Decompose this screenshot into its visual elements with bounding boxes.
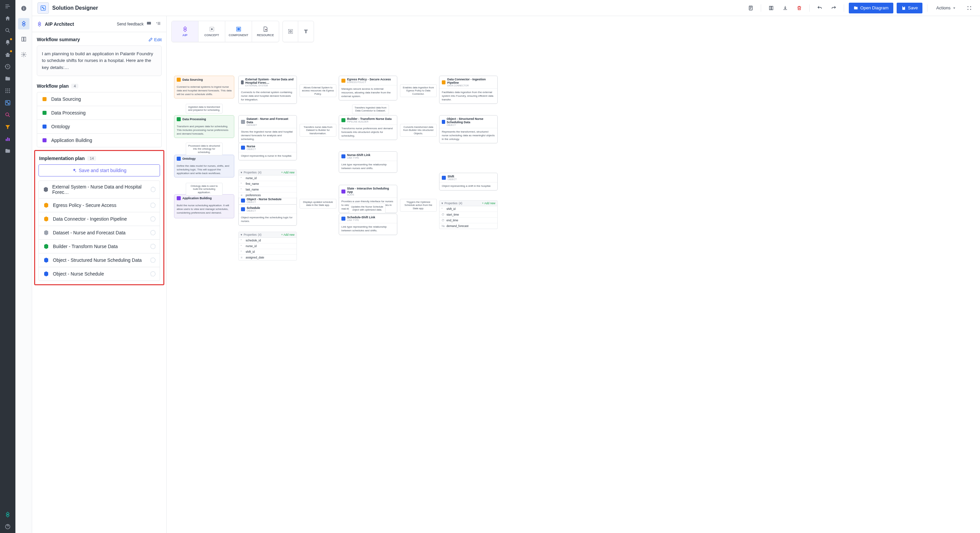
property-row[interactable]: ⏱end_time: [439, 218, 497, 223]
svg-point-4: [5, 91, 6, 91]
svg-rect-31: [290, 31, 291, 32]
impl-item[interactable]: Object - Nurse Schedule: [39, 267, 160, 280]
property-row[interactable]: "nurse_id: [239, 175, 296, 181]
property-row[interactable]: "last_name: [239, 187, 296, 193]
impl-item[interactable]: Egress Policy - Secure Access: [39, 199, 160, 212]
undo-icon[interactable]: [815, 3, 825, 13]
filter-icon[interactable]: [4, 123, 11, 130]
property-row[interactable]: "shift_id: [439, 206, 497, 212]
property-row[interactable]: "shift_id: [239, 249, 296, 255]
edit-summary-link[interactable]: Edit: [148, 37, 162, 42]
svg-point-2: [7, 88, 8, 89]
book-icon[interactable]: [18, 33, 29, 45]
properties-panel[interactable]: ▾Properties(4)+ Add new"schedule_id"nurs…: [238, 232, 297, 261]
diagram-node[interactable]: Nurse-Shift LinkLINK TYPELink type repre…: [339, 151, 397, 173]
history-icon[interactable]: [4, 63, 11, 70]
bell-icon[interactable]: [4, 39, 11, 46]
redo-icon[interactable]: [828, 3, 839, 13]
trash-icon[interactable]: [794, 3, 805, 13]
diagram-node[interactable]: Schedule-Shift LinkLINK TYPELink type re…: [339, 213, 397, 235]
gift-icon[interactable]: [4, 51, 11, 58]
property-row[interactable]: ⏱start_time: [439, 212, 497, 218]
download-icon[interactable]: [780, 3, 791, 13]
topbar: Solution Designer Open Diagram Save Acti…: [32, 0, 980, 16]
svg-rect-24: [43, 138, 46, 142]
stage-node[interactable]: Data ProcessingTransform and prepare dat…: [174, 115, 234, 138]
property-row[interactable]: ≡preferences: [239, 193, 296, 198]
property-row[interactable]: "first_name: [239, 181, 296, 187]
properties-panel[interactable]: ▾Properties(4)+ Add new"shift_id⏱start_t…: [439, 200, 498, 229]
plan-item-icon: [41, 123, 48, 130]
diagram-node[interactable]: Data Connector - Ingestion PipelineDATA …: [439, 76, 498, 104]
stage-node[interactable]: OntologyDefine the data model for nurses…: [174, 155, 234, 177]
stage-node[interactable]: Data SourcingConnect to external systems…: [174, 76, 234, 99]
impl-item[interactable]: Dataset - Nurse and Forecast Data: [39, 226, 160, 240]
page-title: Solution Designer: [52, 5, 98, 11]
help-icon[interactable]: [4, 523, 11, 530]
send-feedback-link[interactable]: Send feedback: [117, 22, 143, 27]
add-property-link[interactable]: + Add new: [482, 202, 495, 205]
impl-item[interactable]: Object - Structured Nurse Scheduling Dat…: [39, 253, 160, 267]
folder-icon[interactable]: [4, 75, 11, 82]
collapse-icon[interactable]: [156, 21, 162, 27]
chat-icon[interactable]: [146, 21, 152, 27]
property-row[interactable]: "nurse_id: [239, 243, 296, 249]
impl-item-icon: [43, 216, 49, 222]
chart-icon[interactable]: [4, 135, 11, 143]
diagram-node[interactable]: Builder - Transform Nurse DataPIPELINE B…: [339, 115, 397, 140]
designer-icon[interactable]: [4, 99, 11, 107]
property-row[interactable]: "schedule_id: [239, 238, 296, 243]
plan-item[interactable]: Ontology: [37, 120, 161, 134]
edge-label: Displays updated schedule data in the Sl…: [299, 199, 336, 208]
add-property-link[interactable]: + Add new: [281, 171, 294, 174]
tool-concept[interactable]: CONCEPT: [199, 21, 225, 42]
svg-rect-22: [43, 111, 46, 115]
add-property-link[interactable]: + Add new: [281, 233, 294, 236]
loading-icon: [150, 202, 156, 208]
tool-component[interactable]: COMPONENT: [225, 21, 252, 42]
impl-item-icon: [43, 202, 49, 208]
keyboard-icon[interactable]: [964, 3, 975, 13]
diagram-canvas[interactable]: AIPCONCEPTCOMPONENTRESOURCE Data Sourcin…: [167, 16, 980, 533]
home-icon[interactable]: [4, 15, 11, 22]
architect-tab-icon[interactable]: [18, 18, 29, 29]
menu-icon[interactable]: [4, 3, 11, 10]
svg-point-5: [7, 91, 8, 91]
info-icon[interactable]: [18, 3, 29, 14]
plan-item[interactable]: Data Processing: [37, 106, 161, 120]
diagram-node[interactable]: Dataset - Nurse and Forecast DataDATASET…: [238, 115, 297, 143]
apps-icon[interactable]: [4, 87, 11, 94]
svg-rect-23: [43, 124, 46, 129]
properties-panel[interactable]: ▾Properties(4)+ Add new"nurse_id"first_n…: [238, 169, 297, 198]
impl-item[interactable]: External System - Nurse Data and Hospita…: [39, 181, 160, 199]
magnify-icon[interactable]: [4, 111, 11, 119]
tool-aip[interactable]: AIP: [172, 21, 199, 42]
actions-dropdown[interactable]: Actions: [932, 3, 961, 13]
impl-item[interactable]: Data Connector - Ingestion Pipeline: [39, 212, 160, 226]
diagram-node[interactable]: External System - Nurse Data and Hospita…: [238, 76, 297, 104]
diagram-node[interactable]: NurseOBJECTObject representing a nurse i…: [238, 143, 297, 161]
svg-rect-28: [238, 28, 240, 30]
diagram-node[interactable]: ScheduleOBJECTObject representing the sc…: [238, 204, 297, 226]
bookopen-icon[interactable]: [766, 3, 776, 13]
diagram-node[interactable]: Object - Structured Nurse Scheduling Dat…: [439, 115, 498, 143]
plan-item[interactable]: Data Sourcing: [37, 92, 161, 106]
stage-node[interactable]: Application BuildingBuild the nurse sche…: [174, 194, 234, 218]
aip-icon[interactable]: [4, 511, 11, 518]
doc-icon[interactable]: [745, 3, 756, 13]
save-button[interactable]: Save: [897, 3, 923, 13]
select-tool-icon[interactable]: [283, 21, 298, 42]
search-icon[interactable]: [4, 27, 11, 34]
tool-resource[interactable]: RESOURCE: [252, 21, 279, 42]
diagram-node[interactable]: ShiftOBJECTObject representing a shift i…: [439, 173, 498, 191]
gear-icon[interactable]: [18, 49, 29, 60]
property-row[interactable]: ≡assigned_date: [239, 255, 296, 260]
diagram-node[interactable]: Egress Policy - Secure AccessEGRESS POLI…: [339, 76, 397, 100]
plan-item[interactable]: Application Building: [37, 134, 161, 147]
text-tool-icon[interactable]: [298, 21, 313, 42]
impl-item[interactable]: Builder - Transform Nurse Data: [39, 240, 160, 253]
save-start-building-button[interactable]: Save and start building: [38, 164, 160, 177]
open-diagram-button[interactable]: Open Diagram: [849, 3, 893, 13]
property-row[interactable]: №demand_forecast: [439, 223, 497, 229]
folder-add-icon[interactable]: [4, 147, 11, 155]
